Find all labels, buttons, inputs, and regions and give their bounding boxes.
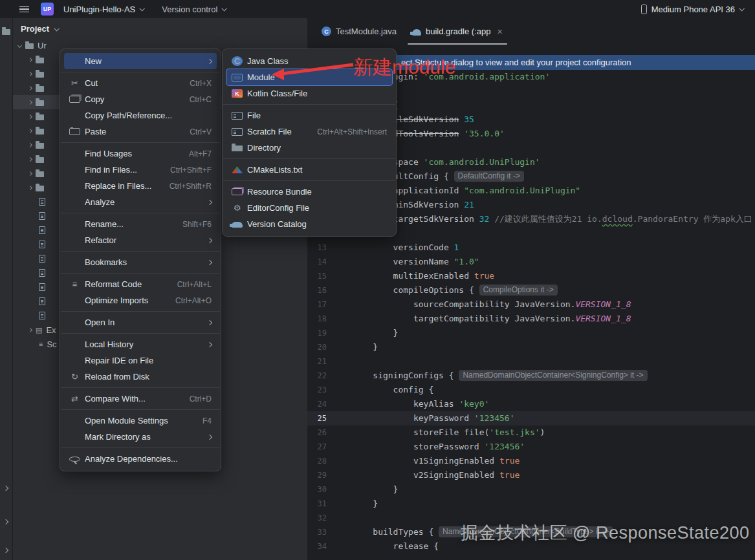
line-number: 27 bbox=[307, 440, 327, 454]
code-line[interactable]: 13 versionCode 1 bbox=[307, 241, 755, 255]
menu-item-resource-bundle[interactable]: Resource Bundle bbox=[226, 184, 392, 200]
terminal-tool-window-icon[interactable] bbox=[4, 543, 8, 555]
menu-item-reload-from-disk[interactable]: ↻Reload from Disk bbox=[64, 369, 217, 385]
menu-item-label: Find in Files... bbox=[85, 165, 161, 175]
menu-item-label: New bbox=[85, 56, 201, 66]
version-control-selector[interactable]: Version control bbox=[158, 3, 230, 16]
cmake-icon bbox=[232, 166, 243, 173]
menu-item-open-in[interactable]: Open In bbox=[64, 314, 217, 330]
version-catalog-icon bbox=[232, 222, 243, 228]
menu-item-label: Kotlin Class/File bbox=[247, 89, 387, 98]
tab-label: TestModule.java bbox=[336, 27, 397, 36]
menu-separator bbox=[61, 142, 220, 143]
menu-item-paste[interactable]: PasteCtrl+V bbox=[64, 124, 217, 140]
menu-item-copy[interactable]: CopyCtrl+C bbox=[64, 91, 217, 107]
code-text: release { bbox=[353, 541, 439, 551]
directory-icon bbox=[232, 145, 243, 151]
code-line[interactable]: 15 multiDexEnabled true bbox=[307, 269, 755, 283]
code-line[interactable]: 27 storePassword '123456' bbox=[307, 440, 755, 454]
menu-item-analyze[interactable]: Analyze bbox=[64, 194, 217, 210]
code-line[interactable]: 24 keyAlias 'key0' bbox=[307, 397, 755, 411]
code-line[interactable]: 17 sourceCompatibility JavaVersion.VERSI… bbox=[307, 297, 755, 312]
menu-item-file[interactable]: File bbox=[226, 107, 392, 124]
code-line[interactable]: 16 compileOptions { CompileOptions it -> bbox=[307, 283, 755, 297]
submenu-arrow-icon bbox=[207, 237, 212, 242]
menu-item-label: Reload from Disk bbox=[85, 372, 212, 382]
menu-item-rename[interactable]: Rename...Shift+F6 bbox=[64, 216, 217, 232]
menu-item-copy-path-reference[interactable]: Copy Path/Reference... bbox=[64, 107, 217, 124]
menu-item-local-history[interactable]: Local History bbox=[64, 336, 217, 352]
close-tab-icon[interactable]: × bbox=[497, 27, 502, 37]
menu-item-label: Local History bbox=[85, 339, 201, 349]
menu-item-analyze-dependencies[interactable]: Analyze Dependencies... bbox=[64, 451, 217, 467]
chevron-right-icon bbox=[3, 548, 8, 553]
line-number: 30 bbox=[307, 482, 327, 497]
project-panel-header[interactable]: Project bbox=[13, 18, 307, 38]
code-line[interactable]: 30 } bbox=[307, 482, 755, 497]
menu-item-label: Open In bbox=[85, 318, 201, 327]
line-number: 34 bbox=[307, 539, 327, 554]
tree-item-label: Sc bbox=[47, 339, 56, 349]
menu-item-find-in-files[interactable]: Find in Files...Ctrl+Shift+F bbox=[64, 162, 217, 178]
code-line[interactable]: 22 signingConfigs { NamedDomainObjectCon… bbox=[307, 369, 755, 383]
annotation-arrow-icon bbox=[270, 61, 356, 81]
menu-item-directory[interactable]: Directory bbox=[226, 140, 392, 156]
code-line[interactable]: 26 storeFile file('test.jks') bbox=[307, 425, 755, 440]
menu-item-refactor[interactable]: Refactor bbox=[64, 232, 217, 248]
shortcut-label: Ctrl+V bbox=[190, 127, 212, 136]
code-line[interactable]: 29 v2SigningEnabled true bbox=[307, 468, 755, 482]
code-line[interactable]: 28 v1SigningEnabled true bbox=[307, 454, 755, 468]
code-line[interactable]: 21 bbox=[307, 354, 755, 369]
line-number: 19 bbox=[307, 326, 327, 340]
code-line[interactable]: 31 } bbox=[307, 497, 755, 511]
file-icon bbox=[39, 212, 45, 220]
code-line[interactable]: 23 config { bbox=[307, 383, 755, 397]
menu-item-repair-ide-on-file[interactable]: Repair IDE on File bbox=[64, 352, 217, 369]
code-text: compileOptions { CompileOptions it -> bbox=[353, 285, 558, 295]
menu-item-label: Optimize Imports bbox=[85, 296, 166, 305]
line-number: 33 bbox=[307, 525, 327, 539]
code-line[interactable]: 20 } bbox=[307, 340, 755, 354]
menu-item-compare-with[interactable]: ⇄Compare With...Ctrl+D bbox=[64, 391, 217, 407]
menu-item-label: Bookmarks bbox=[85, 257, 201, 267]
hamburger-menu-icon[interactable] bbox=[19, 6, 29, 12]
menu-item-kotlin-class-file[interactable]: KKotlin Class/File bbox=[226, 85, 392, 102]
menu-item-replace-in-files[interactable]: Replace in Files...Ctrl+Shift+R bbox=[64, 178, 217, 194]
code-line[interactable]: 14 versionName "1.0" bbox=[307, 255, 755, 269]
copy-icon bbox=[69, 96, 80, 103]
paste-icon bbox=[69, 128, 80, 135]
chevron-right-icon bbox=[28, 128, 32, 133]
more-tool-windows-icon[interactable] bbox=[4, 481, 8, 493]
tab-testmodule-java[interactable]: CTestModule.java bbox=[314, 18, 404, 45]
line-number: 31 bbox=[307, 497, 327, 511]
project-selector[interactable]: UniPlugin-Hello-AS bbox=[60, 3, 148, 16]
code-line[interactable]: 19 } bbox=[307, 326, 755, 340]
line-number: 20 bbox=[307, 340, 327, 354]
submenu-arrow-icon bbox=[207, 58, 212, 63]
menu-item-cut[interactable]: ✂CutCtrl+X bbox=[64, 75, 217, 91]
folder-icon bbox=[36, 129, 44, 135]
device-selector[interactable]: Medium Phone API 36 bbox=[637, 3, 747, 16]
menu-item-cmakelists-txt[interactable]: CMakeLists.txt bbox=[226, 162, 392, 178]
project-tool-window-icon[interactable] bbox=[2, 26, 10, 38]
reformat-code-icon: ≡ bbox=[69, 279, 80, 289]
menu-item-open-module-settings[interactable]: Open Module SettingsF4 bbox=[64, 413, 217, 429]
line-number: 22 bbox=[307, 369, 327, 383]
menu-item-label: CMakeLists.txt bbox=[247, 165, 387, 175]
tab-build-gradle-app[interactable]: build.gradle (:app× bbox=[404, 18, 510, 45]
menu-item-bookmarks[interactable]: Bookmarks bbox=[64, 254, 217, 270]
submenu-arrow-icon bbox=[207, 259, 212, 264]
bottom-tool-window-icon[interactable] bbox=[4, 515, 8, 526]
menu-item-find-usages[interactable]: Find UsagesAlt+F7 bbox=[64, 145, 217, 162]
menu-item-editorconfig-file[interactable]: ⚙EditorConfig File bbox=[226, 200, 392, 216]
code-line[interactable]: 18 targetCompatibility JavaVersion.VERSI… bbox=[307, 312, 755, 326]
menu-item-scratch-file[interactable]: Scratch FileCtrl+Alt+Shift+Insert bbox=[226, 124, 392, 140]
menu-item-reformat-code[interactable]: ≡Reformat CodeCtrl+Alt+L bbox=[64, 276, 217, 292]
menu-item-new[interactable]: New bbox=[64, 53, 217, 69]
code-text: } bbox=[353, 342, 378, 352]
menu-item-version-catalog[interactable]: Version Catalog bbox=[226, 216, 392, 232]
chevron-down-icon bbox=[17, 43, 22, 47]
code-line[interactable]: 25 keyPassword '123456' bbox=[307, 411, 755, 425]
menu-item-optimize-imports[interactable]: Optimize ImportsCtrl+Alt+O bbox=[64, 292, 217, 308]
menu-item-mark-directory-as[interactable]: Mark Directory as bbox=[64, 429, 217, 445]
